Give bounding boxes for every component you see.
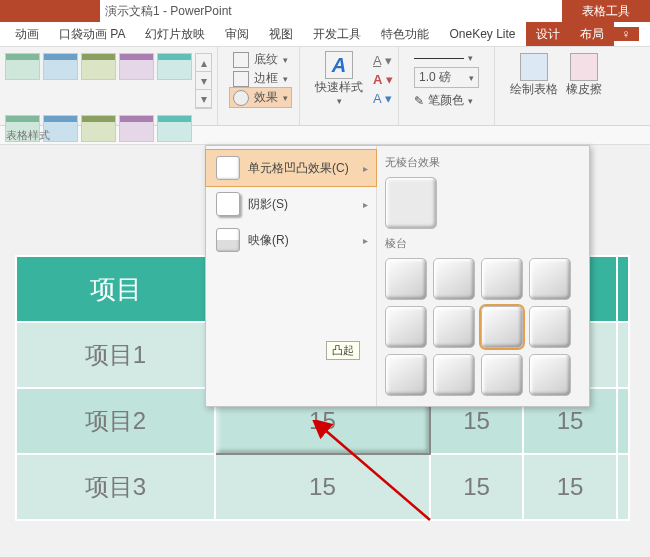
bevel-option[interactable] (481, 354, 523, 396)
gallery-more-icon[interactable]: ▴▾▾ (195, 53, 212, 109)
bevel-option[interactable] (529, 306, 571, 348)
bevel-option[interactable] (385, 354, 427, 396)
bevel-option[interactable] (529, 258, 571, 300)
bevel-gallery: 无棱台效果 棱台 凸起 (376, 146, 589, 406)
window-title: 演示文稿1 - PowerPoint (105, 3, 232, 20)
tab-slideshow[interactable]: 幻灯片放映 (135, 22, 215, 46)
pen-icon: ✎ (414, 94, 424, 108)
pen-weight[interactable]: 1.0 磅▾ (414, 67, 479, 88)
tab-special[interactable]: 特色功能 (371, 22, 439, 46)
menu-cell-bevel[interactable]: 单元格凹凸效果(C)▸ (205, 149, 377, 187)
table-header[interactable] (617, 256, 629, 322)
effect-button[interactable]: 效果▾ (229, 87, 292, 108)
border-button[interactable]: 边框▾ (233, 70, 288, 87)
bucket-icon (233, 52, 249, 68)
tab-pocket-anim[interactable]: 口袋动画 PA (49, 22, 135, 46)
table-icon (520, 53, 548, 81)
tab-review[interactable]: 审阅 (215, 22, 259, 46)
effect-popup: 单元格凹凸效果(C)▸ 阴影(S)▸ 映像(R)▸ 无棱台效果 棱台 (205, 145, 590, 407)
bevel-option[interactable] (529, 354, 571, 396)
ribbon-tabs: 动画 口袋动画 PA 幻灯片放映 审阅 视图 开发工具 特色功能 OneKey … (0, 22, 650, 47)
eraser-button[interactable]: 橡皮擦 (566, 53, 602, 123)
tab-view[interactable]: 视图 (259, 22, 303, 46)
table-row: 项目3 15 15 15 (16, 454, 629, 520)
eraser-icon (570, 53, 598, 81)
bevel-option[interactable] (385, 306, 427, 348)
pen-style[interactable]: ▾ (414, 53, 479, 63)
bevel-option[interactable] (433, 306, 475, 348)
context-tab: 表格工具 (562, 0, 650, 22)
table-header[interactable]: 项目 (16, 256, 215, 322)
text-effect-icon[interactable]: A ▾ (373, 91, 393, 106)
tab-layout[interactable]: 布局 (570, 22, 614, 46)
ribbon: ▴▾▾ 底纹▾ 边框▾ 效果▾ A 快速样式 ▾ A ▾ A ▾ A ▾ (0, 47, 650, 126)
tab-design[interactable]: 设计 (526, 22, 570, 46)
table-style-gallery[interactable]: ▴▾▾ (5, 49, 212, 109)
bevel-option[interactable] (433, 258, 475, 300)
tab-dev[interactable]: 开发工具 (303, 22, 371, 46)
effect-icon (233, 90, 249, 106)
text-fill-icon[interactable]: A ▾ (373, 53, 393, 68)
menu-reflection[interactable]: 映像(R)▸ (206, 222, 376, 258)
tell-me-icon[interactable]: ♀ (614, 27, 639, 41)
quick-style-label: 快速样式 (315, 79, 363, 96)
reflection-icon (216, 228, 240, 252)
tab-animation[interactable]: 动画 (5, 22, 49, 46)
draw-table-button[interactable]: 绘制表格 (510, 53, 558, 123)
pen-color[interactable]: ✎笔颜色▾ (414, 92, 479, 109)
quick-style-icon[interactable]: A (325, 51, 353, 79)
bevel-option[interactable] (433, 354, 475, 396)
shadow-icon (216, 192, 240, 216)
bevel-tooltip: 凸起 (326, 341, 360, 360)
bevel-option[interactable] (481, 258, 523, 300)
text-outline-icon[interactable]: A ▾ (373, 72, 393, 87)
bevel-none[interactable] (385, 177, 437, 229)
menu-shadow[interactable]: 阴影(S)▸ (206, 186, 376, 222)
bevel-option[interactable] (481, 306, 523, 348)
border-icon (233, 71, 249, 87)
bevel-icon (216, 156, 240, 180)
bevel-option[interactable] (385, 258, 427, 300)
tab-onekey[interactable]: OneKey Lite (439, 22, 525, 46)
shading-button[interactable]: 底纹▾ (233, 51, 288, 68)
